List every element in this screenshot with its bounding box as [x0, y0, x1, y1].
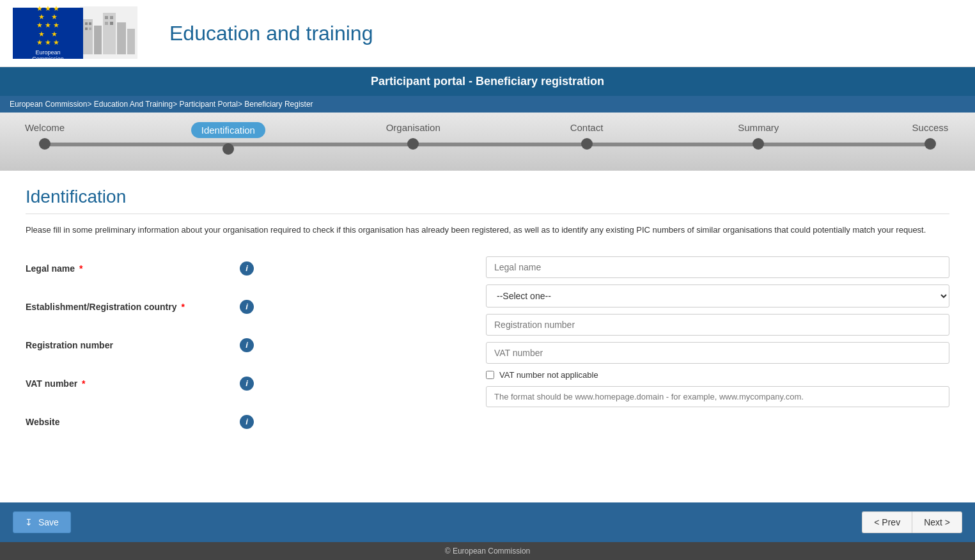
legal-name-label: Legal name *: [26, 263, 230, 274]
legal-name-input[interactable]: [486, 256, 949, 278]
portal-title: Participant portal - Beneficiary registr…: [371, 75, 604, 88]
country-required: *: [181, 302, 184, 312]
svg-rect-5: [127, 29, 135, 54]
vat-row: VAT number * i: [26, 371, 473, 396]
legal-name-row: Legal name * i: [26, 256, 473, 281]
country-label: Establishment/Registration country *: [26, 302, 230, 312]
site-title: Education and training: [169, 22, 373, 45]
eu-stars: ★ ★ ★★ ★★ ★ ★★ ★★ ★ ★: [36, 4, 59, 47]
svg-rect-8: [85, 27, 88, 30]
registration-number-input[interactable]: [486, 314, 949, 336]
legal-name-required: *: [79, 263, 82, 274]
svg-rect-6: [85, 22, 88, 25]
website-info-icon[interactable]: i: [240, 415, 254, 429]
breadcrumb-item-3[interactable]: Participant Portal: [180, 100, 238, 109]
eu-logo: ★ ★ ★★ ★★ ★ ★★ ★★ ★ ★ European Commissio…: [13, 8, 83, 59]
step-identification-label: Identification: [191, 122, 265, 138]
step-organisation-label: Organisation: [386, 122, 441, 133]
vat-label: VAT number *: [26, 378, 230, 389]
header: ★ ★ ★★ ★★ ★ ★★ ★★ ★ ★ European Commissio…: [0, 0, 975, 67]
page-heading: Identification: [26, 187, 949, 214]
website-input[interactable]: [486, 386, 949, 407]
progress-bar-container: Welcome Identification Organisation Cont…: [0, 113, 975, 171]
reg-number-row: Registration number i: [26, 333, 473, 357]
legal-name-info-icon[interactable]: i: [240, 261, 254, 276]
breadcrumb-item-2[interactable]: Education And Training: [94, 100, 173, 109]
step-welcome-dot: [39, 138, 51, 150]
svg-rect-10: [105, 16, 108, 19]
step-success[interactable]: Success: [905, 122, 956, 150]
step-contact[interactable]: Contact: [561, 122, 612, 150]
step-welcome[interactable]: Welcome: [19, 122, 70, 150]
website-row: Website i: [26, 410, 473, 434]
step-identification-dot: [222, 143, 234, 155]
breadcrumb: European Commission> Education And Train…: [0, 96, 975, 113]
svg-rect-7: [89, 22, 91, 25]
vat-not-applicable-label[interactable]: VAT number not applicable: [499, 370, 598, 380]
step-success-dot: [924, 138, 936, 150]
vat-not-applicable-checkbox[interactable]: [486, 371, 494, 379]
step-success-label: Success: [912, 122, 949, 133]
step-identification[interactable]: Identification: [191, 122, 265, 155]
step-summary-label: Summary: [738, 122, 779, 133]
step-organisation[interactable]: Organisation: [386, 122, 441, 150]
logo-area: ★ ★ ★★ ★★ ★ ★★ ★★ ★ ★ European Commissio…: [13, 6, 137, 61]
form-fields: --Select one-- VAT number not applicable: [486, 256, 949, 448]
step-organisation-dot: [407, 138, 419, 150]
portal-title-bar: Participant portal - Beneficiary registr…: [0, 67, 975, 96]
svg-rect-9: [89, 27, 91, 30]
progress-steps: Welcome Identification Organisation Cont…: [19, 122, 956, 155]
vat-info-icon[interactable]: i: [240, 377, 254, 391]
step-contact-label: Contact: [570, 122, 604, 133]
breadcrumb-item-4: Beneficiary Register: [244, 100, 313, 109]
country-row: Establishment/Registration country * i: [26, 295, 473, 319]
step-summary[interactable]: Summary: [733, 122, 784, 150]
form-section: Legal name * i Establishment/Registratio…: [26, 256, 949, 448]
form-labels: Legal name * i Establishment/Registratio…: [26, 256, 473, 448]
step-summary-dot: [753, 138, 764, 150]
eu-commission-label: European Commission: [32, 49, 64, 62]
main-content: Identification Please fill in some preli…: [0, 171, 975, 503]
vat-checkbox-row: VAT number not applicable: [486, 370, 949, 380]
progress-line: [45, 143, 930, 146]
footer-actions: ↧ Save < Prev Next >: [0, 502, 975, 503]
svg-rect-12: [105, 22, 108, 25]
website-label: Website: [26, 417, 230, 427]
description-text: Please fill in some preliminary informat…: [26, 224, 949, 237]
reg-number-info-icon[interactable]: i: [240, 338, 254, 352]
country-info-icon[interactable]: i: [240, 300, 254, 314]
svg-rect-13: [110, 22, 113, 25]
vat-required: *: [82, 378, 85, 389]
registration-country-select[interactable]: --Select one--: [486, 284, 949, 307]
step-contact-dot: [581, 138, 593, 150]
svg-rect-4: [117, 22, 126, 54]
step-welcome-label: Welcome: [25, 122, 65, 133]
building-graphic: [80, 6, 137, 61]
reg-number-label: Registration number: [26, 340, 230, 350]
breadcrumb-item-1[interactable]: European Commission: [10, 100, 87, 109]
svg-rect-11: [110, 16, 113, 19]
svg-rect-2: [94, 26, 102, 54]
vat-number-input[interactable]: [486, 342, 949, 364]
